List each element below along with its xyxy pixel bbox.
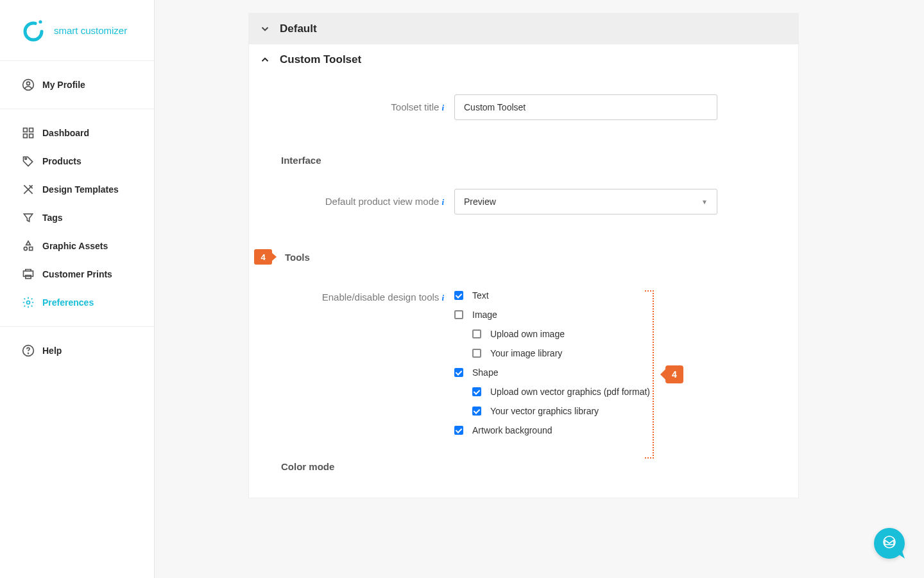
tools-heading: Tools — [285, 252, 310, 263]
sidebar-item-dashboard[interactable]: Dashboard — [0, 119, 154, 147]
section-title: Custom Toolset — [280, 53, 361, 66]
svg-point-9 — [24, 247, 27, 250]
settings-panel: Default Custom Toolset Toolset titlei In… — [248, 13, 799, 498]
option-label: Text — [472, 290, 489, 301]
svg-point-8 — [25, 158, 27, 160]
svg-rect-4 — [24, 128, 28, 132]
svg-rect-10 — [30, 247, 33, 250]
brand-name: smart customizer — [54, 25, 127, 36]
option-label: Artwork background — [472, 425, 552, 435]
sidebar-item-label: Dashboard — [42, 128, 89, 138]
sidebar-item-label: Customer Prints — [42, 269, 112, 279]
option-label: Your image library — [490, 348, 562, 358]
help-circle-icon — [22, 344, 35, 357]
svg-rect-7 — [30, 134, 33, 138]
sidebar: smart customizer My Profile Dashboard — [0, 0, 155, 578]
tool-option-text[interactable]: Text — [454, 290, 650, 301]
checkbox[interactable] — [472, 387, 481, 396]
tool-option-shape-library[interactable]: Your vector graphics library — [472, 406, 650, 416]
tool-option-shape-upload[interactable]: Upload own vector graphics (pdf format) — [472, 387, 650, 397]
section-custom-toolset-body: Toolset titlei Interface Default product… — [249, 75, 798, 498]
dashboard-icon — [22, 127, 35, 139]
checkbox[interactable] — [472, 349, 481, 358]
tool-option-image[interactable]: Image — [454, 310, 650, 320]
info-icon[interactable]: i — [441, 197, 444, 207]
svg-point-0 — [25, 23, 42, 40]
enable-tools-label: Enable/disable design toolsi — [281, 290, 454, 435]
checkbox[interactable] — [454, 310, 463, 319]
tool-option-image-upload[interactable]: Upload own image — [472, 329, 650, 339]
svg-rect-5 — [30, 128, 33, 132]
sidebar-item-label: Help — [42, 346, 62, 356]
sidebar-item-label: Design Templates — [42, 184, 119, 195]
checkbox[interactable] — [454, 291, 463, 300]
sidebar-item-label: Products — [42, 156, 81, 166]
tool-option-artwork-background[interactable]: Artwork background — [454, 425, 650, 435]
sidebar-item-design-templates[interactable]: Design Templates — [0, 175, 154, 204]
sidebar-item-products[interactable]: Products — [0, 147, 154, 175]
option-label: Your vector graphics library — [490, 406, 599, 416]
option-label: Shape — [472, 367, 498, 378]
shapes-icon — [22, 240, 35, 252]
color-mode-heading: Color mode — [281, 461, 766, 472]
svg-point-3 — [27, 82, 30, 85]
user-circle-icon — [22, 78, 35, 91]
design-tools-icon — [22, 183, 35, 196]
checkbox[interactable] — [472, 329, 481, 338]
caret-down-icon: ▼ — [701, 198, 708, 206]
option-label: Upload own vector graphics (pdf format) — [490, 387, 650, 397]
section-default-header[interactable]: Default — [249, 13, 798, 44]
info-icon[interactable]: i — [441, 103, 444, 112]
print-icon — [22, 268, 35, 281]
interface-heading: Interface — [281, 155, 766, 166]
toolset-title-label: Toolset titlei — [281, 101, 454, 113]
section-title: Default — [280, 22, 317, 35]
sidebar-item-preferences[interactable]: Preferences — [0, 288, 154, 317]
checkbox[interactable] — [454, 426, 463, 435]
brand-logo[interactable]: smart customizer — [0, 0, 154, 61]
checkbox[interactable] — [454, 368, 463, 377]
brand-mark-icon — [22, 19, 45, 42]
sidebar-item-customer-prints[interactable]: Customer Prints — [0, 260, 154, 288]
sidebar-item-help[interactable]: Help — [0, 337, 154, 365]
tools-options: Text Image Upload own image Your im — [454, 290, 650, 435]
step-marker-bracket: 4 — [665, 365, 683, 383]
tool-option-shape[interactable]: Shape — [454, 367, 650, 378]
chat-fab[interactable] — [874, 528, 905, 559]
checkbox[interactable] — [472, 407, 481, 416]
sidebar-item-my-profile[interactable]: My Profile — [0, 71, 154, 99]
filter-icon — [22, 211, 35, 224]
main-content: Default Custom Toolset Toolset titlei In… — [155, 0, 924, 578]
default-view-mode-label: Default product view modei — [281, 196, 454, 207]
info-icon[interactable]: i — [441, 293, 444, 302]
svg-point-15 — [28, 353, 29, 354]
gear-icon — [22, 296, 35, 309]
sidebar-item-tags[interactable]: Tags — [0, 204, 154, 232]
svg-point-1 — [38, 20, 42, 23]
step-marker-tools: 4 — [254, 249, 272, 265]
svg-point-13 — [27, 301, 30, 304]
option-label: Image — [472, 310, 497, 320]
sidebar-item-label: Tags — [42, 213, 63, 223]
sidebar-item-label: My Profile — [42, 80, 85, 90]
default-view-mode-select[interactable]: Preview ▼ — [454, 189, 717, 215]
option-label: Upload own image — [490, 329, 565, 339]
sidebar-item-label: Graphic Assets — [42, 241, 108, 251]
select-value: Preview — [464, 197, 496, 207]
svg-rect-6 — [24, 134, 28, 138]
section-custom-toolset-header[interactable]: Custom Toolset — [249, 44, 798, 75]
chevron-up-icon — [259, 54, 271, 66]
toolset-title-input[interactable] — [454, 94, 717, 120]
sidebar-item-label: Preferences — [42, 297, 94, 308]
tools-bracket-annotation: 4 — [645, 290, 690, 459]
chevron-down-icon — [259, 23, 271, 35]
mail-icon — [882, 534, 897, 552]
sidebar-item-graphic-assets[interactable]: Graphic Assets — [0, 232, 154, 260]
tool-option-image-library[interactable]: Your image library — [472, 348, 650, 358]
tag-icon — [22, 155, 35, 168]
